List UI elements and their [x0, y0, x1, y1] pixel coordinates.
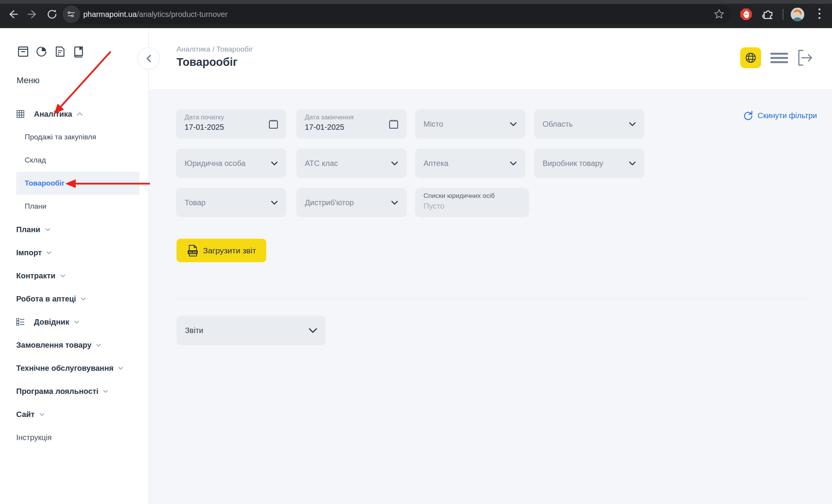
dropdown-label: АТС клас [305, 159, 338, 168]
content-area: Скинути фільтри Дата початку 17-01-2025 … [149, 89, 832, 504]
calendar-icon[interactable] [388, 119, 399, 129]
back-icon[interactable] [7, 8, 18, 20]
field-placeholder: Пусто [424, 202, 521, 211]
section-label: Контракти [16, 271, 55, 280]
dropdown-label: Область [543, 120, 573, 129]
date-start-field[interactable]: Дата початку 17-01-2025 [176, 109, 286, 139]
chevron-down-icon [391, 201, 398, 205]
archive-icon[interactable] [17, 45, 29, 58]
subitem-label: Склад [25, 156, 46, 164]
sidebar: Меню Аналітика Продажі та закупівля Скла… [0, 28, 149, 504]
sidebar-item-product-orders[interactable]: Замовлення товару [0, 333, 148, 357]
sidebar-item-instruction[interactable]: Інструкція [0, 426, 148, 449]
url-path: /analytics/product-turnover [137, 10, 228, 18]
url-text[interactable]: pharmapoint.ua/analytics/product-turnove… [83, 9, 228, 19]
breadcrumb: Аналітика / Товарообіг [176, 45, 253, 54]
chevron-down-icon [629, 122, 636, 126]
sidebar-item-pharmacy-work[interactable]: Робота в аптеці [0, 287, 148, 310]
dropdown-label: Товар [185, 198, 205, 207]
page-header: Аналітика / Товарообіг Товарообіг [149, 28, 832, 89]
url-host: pharmapoint.ua [83, 10, 137, 18]
sidebar-subitem-plans[interactable]: Плани [16, 195, 140, 218]
sidebar-item-plans[interactable]: Плани [0, 218, 148, 241]
download-report-button[interactable]: XLSX Загрузити звіт [176, 239, 266, 262]
sidebar-item-import[interactable]: Імпорт [0, 241, 148, 264]
list-icon [16, 318, 25, 326]
extensions-puzzle-icon[interactable] [761, 8, 775, 21]
atc-class-dropdown[interactable]: АТС клас [296, 149, 407, 178]
legal-entity-lists-field[interactable]: Списки юридичних осіб Пусто [415, 188, 529, 217]
toolbar-divider [783, 9, 783, 20]
product-dropdown[interactable]: Товар [176, 188, 286, 217]
calendar-icon[interactable] [268, 119, 279, 129]
reload-icon[interactable] [46, 8, 58, 20]
dropdown-label: Аптека [424, 159, 449, 168]
distributor-dropdown[interactable]: Дистриб'ютор [296, 188, 407, 217]
field-value: 17-01-2025 [185, 123, 278, 132]
sidebar-subitem-warehouse[interactable]: Склад [16, 149, 140, 172]
chevron-left-icon [146, 54, 152, 63]
chevron-down-icon [39, 413, 45, 416]
language-globe-button[interactable] [740, 47, 761, 68]
page-title: Товарообіг [176, 56, 237, 69]
sidebar-item-analytics[interactable]: Аналітика [0, 102, 148, 126]
svg-text:XLSX: XLSX [188, 251, 197, 254]
forward-icon[interactable] [27, 8, 39, 20]
chevron-down-icon [309, 328, 317, 333]
chevron-down-icon [60, 274, 66, 278]
pie-chart-icon[interactable] [35, 45, 47, 58]
region-dropdown[interactable]: Область [534, 109, 644, 139]
section-label: Програма лояльності [16, 387, 98, 396]
chevron-down-icon [81, 297, 86, 301]
reset-filters-label: Скинути фільтри [758, 111, 817, 120]
xlsx-file-icon: XLSX [187, 244, 198, 257]
legal-entity-dropdown[interactable]: Юридична особа [176, 149, 286, 178]
date-end-field[interactable]: Дата закінчення 17-01-2025 [296, 109, 407, 139]
url-bar[interactable]: pharmapoint.ua/analytics/product-turnove… [62, 5, 731, 24]
bookmark-star-icon[interactable] [713, 8, 726, 21]
section-label: Імпорт [16, 248, 42, 257]
browser-chrome: pharmapoint.ua/analytics/product-turnove… [0, 0, 832, 28]
hamburger-icon[interactable] [770, 53, 788, 63]
section-label: Плани [16, 225, 40, 234]
pharmacy-dropdown[interactable]: Аптека [415, 149, 525, 178]
document-icon[interactable] [54, 45, 66, 58]
download-report-label: Загрузити звіт [203, 246, 256, 255]
chevron-down-icon [510, 122, 517, 126]
profile-avatar[interactable] [791, 8, 804, 21]
logout-icon [797, 49, 814, 67]
globe-icon [745, 52, 756, 64]
sidebar-subitem-sales[interactable]: Продажі та закупівля [16, 126, 140, 149]
logout-button[interactable] [797, 48, 814, 67]
browser-top-strip [0, 0, 832, 4]
sidebar-item-directory[interactable]: Довідник [0, 310, 148, 333]
section-label: Робота в аптеці [16, 295, 76, 303]
sidebar-item-contracts[interactable]: Контракти [0, 264, 148, 287]
grid-icon [16, 110, 25, 118]
sidebar-item-site[interactable]: Сайт [0, 403, 148, 426]
sidebar-collapse-button[interactable] [138, 47, 160, 69]
field-label: Дата закінчення [305, 114, 398, 121]
field-label: Дата початку [185, 114, 278, 121]
chevron-down-icon [118, 367, 123, 370]
kebab-menu-icon[interactable] [818, 8, 821, 21]
manufacturer-dropdown[interactable]: Виробник товару [534, 149, 644, 178]
sidebar-item-maintenance[interactable]: Технічне обслуговування [0, 357, 148, 380]
dropdown-label: Звіти [185, 326, 203, 335]
sidebar-item-loyalty[interactable]: Програма лояльності [0, 380, 148, 403]
field-label: Списки юридичних осіб [424, 192, 521, 200]
dropdown-label: Дистриб'ютор [305, 198, 354, 207]
chevron-down-icon [103, 390, 108, 393]
reset-filters-link[interactable]: Скинути фільтри [743, 111, 817, 121]
reports-dropdown[interactable]: Звіти [176, 316, 326, 345]
chevron-down-icon [510, 161, 517, 166]
sidebar-item-label: Аналітика [34, 110, 72, 119]
adblock-icon[interactable] [740, 8, 752, 20]
section-label: Сайт [16, 410, 35, 419]
field-value: 17-01-2025 [305, 123, 398, 132]
site-info-icon[interactable] [62, 5, 80, 23]
city-dropdown[interactable]: Місто [415, 109, 525, 139]
sidebar-subitem-turnover[interactable]: Товарообіг [16, 172, 140, 195]
subitem-label: Продажі та закупівля [25, 133, 96, 141]
book-icon[interactable] [72, 45, 84, 58]
